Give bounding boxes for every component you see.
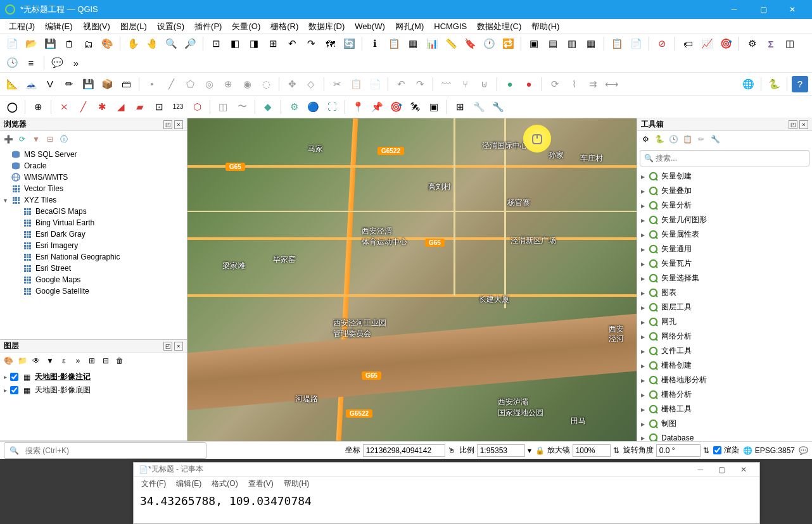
select-features-button[interactable]: ▣ [526,35,542,52]
notepad-maximize-button[interactable]: ▢ [711,465,733,474]
toolbox-item[interactable]: ▸矢量通用 [637,242,812,256]
menu-processing[interactable]: 数据处理(C) [472,19,526,34]
menu-vector[interactable]: 矢量(O) [227,19,265,34]
save-edits-button[interactable]: 💾 [80,76,96,92]
layer-remove-icon[interactable]: 🗑 [114,355,125,366]
snap-segment-button[interactable]: ╱ [75,99,91,115]
help-button[interactable]: ? [792,76,808,92]
menu-plugins[interactable]: 插件(P) [189,19,227,34]
add-layer-icon[interactable]: ➕ [3,134,14,145]
identify-button[interactable]: ℹ [367,35,383,52]
simplify-button[interactable]: ⌇ [566,76,582,92]
decoration-button[interactable]: 🎯 [718,35,734,52]
menu-project[interactable]: 工程(J) [4,19,40,34]
layout-manager-button[interactable]: 🗂 [80,35,96,52]
split-button[interactable]: ⑂ [457,76,473,92]
browser-item-child[interactable]: Esri National Geographic [1,251,186,263]
browser-close-button[interactable]: × [174,120,183,129]
notepad-content[interactable]: 34.43265788, 109.03470784 [134,490,759,511]
add-part-button[interactable]: ⊕ [220,76,236,92]
refresh-browser-icon[interactable]: ⟳ [16,134,28,145]
new-project-button[interactable]: 📄 [4,35,20,52]
collapse-browser-icon[interactable]: ⊟ [44,134,56,145]
toolbox-search-input[interactable] [654,152,805,165]
toolbox-options-icon[interactable]: 🔧 [709,134,721,145]
layer-add-group-icon[interactable]: 📁 [16,355,28,366]
magnifier-input[interactable] [573,444,611,457]
gps-button[interactable]: 🎯 [388,99,404,115]
layer-style-button[interactable]: ◆ [260,99,276,115]
toolbox-item[interactable]: ▸矢量几何图形 [637,213,812,227]
attributes-button[interactable]: ▦ [405,35,421,52]
add-polygon-button[interactable]: ⬠ [182,76,198,92]
browser-item-child[interactable]: Esri Dark Gray [1,228,186,240]
layer-item[interactable]: ▸▦天地图-影像底图 [1,384,186,397]
wrench-button[interactable]: 🔧 [490,99,506,115]
bookmarks-button[interactable]: 🔖 [462,35,478,52]
zoom-native-button[interactable]: ⊞ [265,35,281,52]
zoom-next-button[interactable]: ↷ [303,35,319,52]
add-line-button[interactable]: ╱ [163,76,179,92]
pan-selection-button[interactable]: 🤚 [144,35,160,52]
copy-button[interactable]: 📋 [609,35,625,52]
delete-ring-button[interactable]: ◌ [258,76,274,92]
add-raster-button[interactable]: 🗻 [23,76,39,92]
layers-undock-button[interactable]: ◰ [163,342,172,351]
browser-item-child[interactable]: Bing Virtual Earth [1,217,186,228]
layers-tree[interactable]: ▸▦天地图-影像注记▸▦天地图-影像底图 [0,369,187,440]
menu-help[interactable]: 帮助(H) [526,19,564,34]
topology-button[interactable]: ⬡ [189,99,205,115]
browser-item-child[interactable]: BecaGIS Maps [1,206,186,217]
menu-raster[interactable]: 栅格(R) [265,19,303,34]
browser-item[interactable]: MS SQL Server [1,149,186,160]
track-changes-icon[interactable]: ● [502,76,518,92]
browser-item[interactable]: WMS/WMTS [1,172,186,183]
maximize-button[interactable]: ▢ [749,0,778,19]
layers-close-button[interactable]: × [174,342,183,351]
stats-button[interactable]: 📊 [424,35,440,52]
select-all-button[interactable]: ▦ [583,35,599,52]
toolbox-item[interactable]: ▸矢量属性表 [637,227,812,242]
notepad-minimize-button[interactable]: ─ [690,465,711,474]
zoom-selection-button[interactable]: ◧ [227,35,243,52]
browser-item[interactable]: Vector Tiles [1,183,186,194]
new-geopackage-button[interactable]: 📦 [99,76,115,92]
redo-button[interactable]: ↷ [412,76,428,92]
menu-mesh[interactable]: 网孔(M) [390,19,429,34]
field-calc-button[interactable]: 📋 [386,35,402,52]
crs-button[interactable]: 🌐EPSG:3857 [743,446,795,455]
scale-dropdown-icon[interactable]: ▾ [528,446,531,455]
snap-centroid-button[interactable]: ⊡ [151,99,167,115]
toolbox-results-icon[interactable]: 📋 [682,134,693,145]
locator-input[interactable] [23,445,201,456]
deselect-button[interactable]: ▥ [564,35,580,52]
snap-vertex-button[interactable]: ⨯ [56,99,72,115]
toolbox-history-icon[interactable]: 🕓 [668,134,679,145]
copy-features-button[interactable]: 📋 [348,76,364,92]
toolbox-item[interactable]: ▸矢量瓦片 [637,256,812,271]
layer-expand-icon[interactable]: ⊞ [86,355,98,366]
toolbox-tree[interactable]: ▸矢量创建▸矢量叠加▸矢量分析▸矢量几何图形▸矢量属性表▸矢量通用▸矢量瓦片▸矢… [637,169,812,441]
edit-toggle-button[interactable]: ✏ [61,76,77,92]
open-project-button[interactable]: 📂 [23,35,39,52]
fill-ring-button[interactable]: ◉ [239,76,255,92]
messages-button[interactable]: 💬 [799,446,808,455]
browser-undock-button[interactable]: ◰ [163,120,172,129]
snap-middle-button[interactable]: ◢ [113,99,129,115]
notepad-menu-format[interactable]: 格式(O) [208,477,241,490]
tools-button[interactable]: 🔧 [471,99,487,115]
toolbox-close-button[interactable]: × [799,120,808,129]
sigma-button[interactable]: Σ [763,35,779,52]
toolbox-search[interactable]: 🔍 [640,150,809,166]
temporal-button[interactable]: 🕐 [481,35,497,52]
mouse-toggle-icon[interactable]: 🖱 [448,446,455,455]
toolbox-undock-button[interactable]: ◰ [789,120,797,129]
vertex-tool-button[interactable]: ◇ [303,76,319,92]
reshape-button[interactable]: 〰 [438,76,454,92]
toolbox-item[interactable]: ▸矢量分析 [637,198,812,213]
coord-input[interactable] [363,444,445,457]
diagram-button[interactable]: 📈 [699,35,715,52]
map-canvas[interactable]: 马家泾渭国际中心孙家车庄村高刘村杨官寨西安泾渭体育运动中心泾渭新区广场毕家窑梁家… [187,118,637,441]
snap-tolerance-button[interactable]: 123 [170,99,186,115]
trace-button[interactable]: 〜 [234,99,250,115]
